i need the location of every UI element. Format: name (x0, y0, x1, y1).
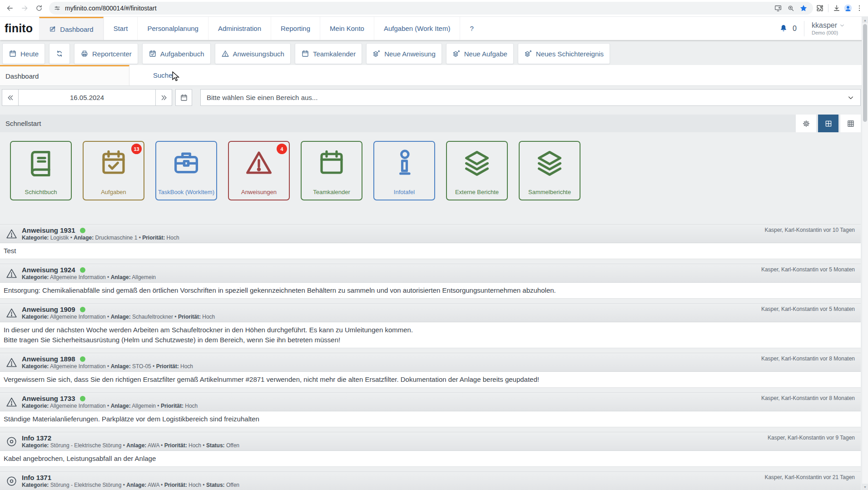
nav-item-help[interactable]: ? (460, 17, 483, 40)
tile-sammelberichte[interactable]: Sammelberichte (519, 141, 580, 200)
browser-menu-icon[interactable] (855, 4, 863, 12)
feed-item-meta: Kategorie: Störung - Elektrische Störung… (22, 482, 239, 488)
nav-item-start[interactable]: Start (104, 17, 138, 40)
tile-anweisungen[interactable]: 4Anweisungen (228, 141, 290, 200)
feed-item-title: Anweisung 1898 (22, 355, 75, 363)
feed-item-header[interactable]: Anweisung 1909Kategorie: Allgemeine Info… (0, 303, 861, 322)
nav-item-reporting[interactable]: Reporting (271, 17, 320, 40)
tab-suchen[interactable]: Suchen (129, 65, 234, 85)
toolbar-button-teamkalender[interactable]: Teamkalender (295, 43, 362, 64)
date-next-button[interactable] (155, 89, 172, 106)
feed-body-line: Vergewissern Sie sich, dass Sie den rich… (4, 375, 857, 385)
grid-3x3-icon (847, 120, 855, 128)
calendar-picker-button[interactable] (175, 89, 192, 106)
toolbar-button-refresh-icon[interactable] (49, 43, 70, 64)
area-select[interactable]: Bitte wählen Sie einen Bereich aus... (200, 89, 861, 106)
tile-label: Aufgaben (101, 189, 126, 195)
extensions-icon[interactable] (816, 4, 824, 12)
feed-item-author: Kasper, Karl-Konstantin vor 21 Tagen (764, 474, 855, 480)
calendar-icon (9, 50, 17, 58)
meta-label: Priorität: (164, 442, 187, 449)
feed-item-title: Anweisung 1909 (22, 305, 75, 313)
feed-item-body: Vergewissern Sie sich, dass Sie den rich… (0, 372, 861, 388)
scroll-up-button[interactable]: ▲ (862, 17, 868, 23)
feed-item-header[interactable]: Info 1372Kategorie: Störung - Elektrisch… (0, 432, 861, 451)
quickstart-bar: Schnellstart (0, 115, 861, 132)
nav-item-dashboard[interactable]: Dashboard (39, 17, 103, 40)
grid-3x3-icon-button[interactable] (840, 115, 861, 132)
tile-teamkalender[interactable]: Teamkalender (301, 141, 362, 200)
nav-item-mein-konto[interactable]: Mein Konto (320, 17, 374, 40)
site-info-icon[interactable] (54, 5, 61, 12)
gear-icon-button[interactable] (796, 115, 816, 132)
nav-item-aufgaben-work-item[interactable]: Aufgaben (Work Item) (374, 17, 460, 40)
browser-actions (816, 4, 865, 13)
feed-item-header[interactable]: Info 1371Kategorie: Störung - Elektrisch… (0, 471, 861, 490)
toolbar-button-anweisungsbuch[interactable]: Anweisungsbuch (215, 43, 291, 64)
meta-label: Anlage: (126, 482, 146, 488)
toolbar-button-reportcenter[interactable]: Reportcenter (74, 43, 138, 64)
tile-externe-berichte[interactable]: Externe Berichte (446, 141, 508, 200)
feed-item-header[interactable]: Anweisung 1898Kategorie: Allgemeine Info… (0, 353, 861, 372)
date-prev-button[interactable] (2, 89, 19, 106)
user-menu[interactable]: kkasper Demo (000) (812, 21, 861, 35)
view-controls (796, 115, 861, 132)
tile-taskbook-workitem[interactable]: TaskBook (WorkItem) (155, 141, 217, 200)
vertical-scrollbar[interactable]: ▲ ▼ (862, 17, 868, 490)
nav-item-personalplanung[interactable]: Personalplanung (137, 17, 208, 40)
notifications-bell-icon[interactable] (779, 24, 788, 33)
address-bar[interactable]: myfinito.com/800014/#/finitostart (49, 2, 813, 15)
toolbar-button-heute[interactable]: Heute (2, 43, 45, 64)
double-chevron-left-icon (6, 94, 15, 102)
feed-item-header[interactable]: Anweisung 1733Kategorie: Allgemeine Info… (0, 392, 861, 411)
warning-triangle-icon (5, 307, 18, 319)
url-text[interactable]: myfinito.com/800014/#/finitostart (65, 5, 774, 12)
profile-avatar[interactable] (843, 4, 853, 13)
scroll-down-button[interactable]: ▼ (862, 484, 868, 490)
bookmark-star-icon[interactable] (799, 4, 808, 12)
calendar-check-icon (149, 50, 157, 58)
feed-item-title: Anweisung 1931 (22, 226, 75, 234)
toolbar-button-label: Anweisungsbuch (233, 50, 284, 58)
tile-label: Infotafel (394, 189, 415, 195)
downloads-icon[interactable] (833, 4, 841, 12)
toolbar-button-neue-anweisung[interactable]: Neue Anweisung (366, 43, 442, 64)
feed-item-title: Info 1372 (22, 434, 51, 442)
tab-bar: DashboardSuchen (0, 65, 868, 86)
feed-item-titlerow: Anweisung 1898 (22, 355, 193, 363)
meta-label: Anlage: (111, 314, 131, 320)
warning-triangle-icon (5, 356, 18, 369)
layers-plus-icon (524, 50, 532, 58)
tile-aufgaben[interactable]: 13Aufgaben (83, 141, 144, 200)
forward-icon (20, 4, 29, 12)
date-field[interactable]: 16.05.2024 (18, 89, 156, 106)
divider (804, 21, 804, 36)
grid-2x2-icon-button[interactable] (818, 115, 838, 132)
browser-forward-button[interactable] (17, 1, 32, 15)
zoom-icon[interactable] (787, 4, 795, 12)
toolbar-button-neue-aufgabe[interactable]: Neue Aufgabe (446, 43, 514, 64)
layers-plus-icon (452, 50, 461, 58)
meta-label: Kategorie: (22, 482, 49, 488)
install-app-icon[interactable] (774, 4, 782, 12)
grid-2x2-icon (824, 120, 833, 128)
tab-dashboard[interactable]: Dashboard (0, 65, 129, 85)
scrollbar-thumb[interactable] (863, 24, 867, 122)
calendar-check-icon (99, 148, 129, 178)
meta-label: Anlage: (126, 442, 146, 449)
toolbar-button-aufgabenbuch[interactable]: Aufgabenbuch (142, 43, 211, 64)
gear-icon (802, 120, 810, 128)
browser-reload-button[interactable] (32, 1, 46, 15)
nav-item-administration[interactable]: Administration (208, 17, 271, 40)
feed-item-header[interactable]: Anweisung 1924Kategorie: Allgemeine Info… (0, 264, 861, 283)
toolbar-button-neues-schichtereignis[interactable]: Neues Schichtereignis (518, 43, 610, 64)
browser-back-button[interactable] (3, 1, 17, 15)
tile-schichtbuch[interactable]: Schichtbuch (10, 141, 72, 200)
feed-item-header[interactable]: Anweisung 1931Kategorie: Logistik • Anla… (0, 224, 861, 243)
feed-item-body: In dieser und der nächsten Woche werden … (0, 322, 861, 348)
tile-label: Anweisungen (241, 189, 277, 195)
feed-body-line: Kabel angebrochen, Leistungsabfall an de… (4, 454, 857, 464)
app-logo[interactable]: finito (0, 17, 39, 40)
feed-body-line: Entsorgung: Chemikalienabfälle sind gemä… (4, 285, 857, 295)
tile-infotafel[interactable]: Infotafel (373, 141, 435, 200)
